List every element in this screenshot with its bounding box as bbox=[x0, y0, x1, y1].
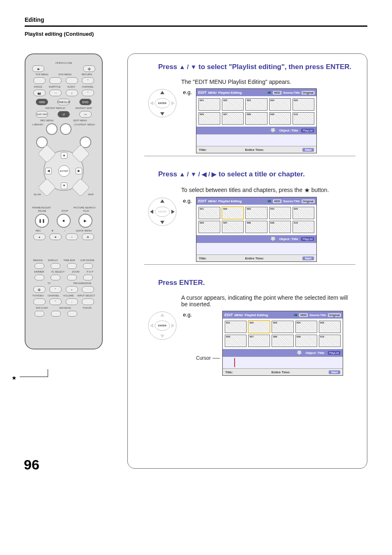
subtitle-button[interactable]: ⋯ bbox=[49, 90, 62, 96]
step-title: Press ENTER. bbox=[158, 279, 355, 287]
input-select-button[interactable] bbox=[82, 298, 94, 305]
label-zoom: ZOOM bbox=[72, 271, 79, 273]
label-extend: ○ bbox=[64, 229, 66, 232]
label-stop: STOP bbox=[61, 210, 68, 212]
label-remain: REMAIN bbox=[33, 259, 42, 261]
sat-cont-button[interactable] bbox=[35, 311, 44, 317]
dvd-button[interactable]: DVD bbox=[79, 99, 92, 105]
step-title: Press ▲ / ▼ to select "Playlist editing"… bbox=[158, 63, 355, 71]
instant-replay-button[interactable]: ↺ bbox=[58, 111, 70, 118]
section-title: Editing bbox=[25, 16, 367, 23]
label-dimmer: DIMMER bbox=[34, 271, 44, 273]
osd-thumbnail-grid: 001002003004005006007008009010 bbox=[196, 96, 316, 127]
label-instant-skip: INSTANT SKIP bbox=[76, 107, 92, 109]
osd-thumbnail: 003 bbox=[245, 98, 267, 111]
label-progressive: PROGRESSIVE bbox=[73, 282, 91, 284]
sat-moni-button[interactable] bbox=[51, 311, 61, 317]
osd-thumbnail: 005 bbox=[293, 207, 314, 219]
osd-thumbnail: 005 bbox=[319, 321, 341, 333]
osd-thumbnail: 001 bbox=[198, 98, 220, 111]
tv-volume-up-button[interactable]: ＋ bbox=[66, 286, 78, 293]
label-tv: TV bbox=[47, 282, 51, 284]
audio-button[interactable]: ♪ bbox=[66, 90, 78, 96]
tv-power-button[interactable]: ⏻ bbox=[33, 286, 46, 293]
down-arrow-icon bbox=[270, 237, 276, 241]
osd-thumbnail: 009 bbox=[269, 112, 291, 125]
osd-header: EDITMENU Playlist Editing 📺 HDD Source:T… bbox=[196, 89, 316, 96]
label-dvd-menu: DVD MENU bbox=[58, 73, 71, 76]
dpad-down-button[interactable]: ▼ bbox=[61, 183, 67, 189]
power-button[interactable]: ⏻ bbox=[83, 65, 95, 72]
star-button[interactable]: ★ bbox=[49, 234, 62, 240]
tv-channel-down-button[interactable]: ˅ bbox=[49, 298, 62, 305]
pinp-button[interactable] bbox=[83, 275, 93, 280]
osd-timeline-strip bbox=[196, 243, 316, 255]
steps-panel: Press ▲ / ▼ to select "Playlist editing"… bbox=[127, 53, 367, 469]
label-sat-moni: SAT.MONI. bbox=[59, 307, 71, 309]
display-button[interactable] bbox=[51, 263, 60, 269]
angle-button[interactable]: 📷 bbox=[33, 90, 46, 96]
timeslip-button[interactable]: TIMESLIP bbox=[58, 99, 70, 105]
osd-thumbnail: 007 bbox=[222, 221, 244, 233]
label-frame-adjust: FRAME/ADJUST bbox=[32, 206, 51, 209]
navigation-dpad: ▲ ▼ ◀ ▶ ENTER bbox=[44, 150, 84, 191]
dpad-up-button[interactable]: ▲ bbox=[61, 152, 67, 159]
label-return: RETURN bbox=[82, 73, 92, 76]
osd-start-button: Start bbox=[302, 257, 314, 260]
easy-navi-button[interactable]: EASY NAVI bbox=[36, 111, 48, 118]
step-body-text: To select between titles and chapters, p… bbox=[181, 186, 355, 194]
down-arrow-icon bbox=[270, 128, 276, 132]
dpad-left-button[interactable]: ◀ bbox=[45, 168, 52, 174]
channel-down-button[interactable]: ˅ bbox=[82, 90, 94, 96]
channel-up-button[interactable]: ˄ bbox=[82, 77, 94, 84]
hdd-button[interactable]: HDD bbox=[36, 99, 48, 105]
eg-label: e.g. bbox=[182, 312, 192, 318]
eject-button[interactable]: ⏏ bbox=[32, 65, 44, 72]
label-tv-channel: CHANNEL bbox=[48, 294, 60, 297]
label-skip: SKIP bbox=[88, 193, 94, 196]
dvd-menu-button[interactable] bbox=[49, 77, 62, 84]
label-library: LIBRARY bbox=[32, 123, 44, 135]
return-button[interactable] bbox=[66, 77, 78, 84]
time-bar-button[interactable] bbox=[67, 263, 77, 269]
osd-timeline-strip bbox=[196, 134, 316, 146]
label-time-bar: TIME BAR bbox=[63, 259, 75, 261]
extend-button[interactable]: ○ bbox=[66, 234, 78, 240]
page-number: 96 bbox=[24, 457, 39, 473]
pause-button[interactable]: ❚❚ bbox=[35, 214, 49, 228]
tv-video-button[interactable] bbox=[33, 298, 46, 305]
osd-thumbnail-grid: 001002003004005006007008009010 bbox=[223, 319, 343, 349]
label-top-menu: TOP MENU bbox=[35, 73, 48, 76]
progressive-button[interactable] bbox=[82, 286, 94, 293]
rec-menu-button[interactable] bbox=[46, 123, 58, 135]
fl-select-button[interactable] bbox=[51, 275, 60, 280]
osd-screen: EDITMENU Playlist Editing 📺 HDD Source:T… bbox=[196, 88, 317, 153]
remain-button[interactable] bbox=[35, 263, 44, 269]
label-rec: REC bbox=[36, 229, 41, 232]
osd-object-bar: Object :Title PlayList bbox=[196, 127, 316, 134]
label-play: PLAY bbox=[83, 210, 90, 212]
rec-button[interactable]: ● bbox=[33, 234, 46, 240]
edit-menu-button[interactable] bbox=[60, 123, 71, 135]
chp-divide-button[interactable] bbox=[83, 263, 93, 269]
play-button[interactable]: ▶ bbox=[78, 214, 92, 228]
instruction-step: Press ▲ / ▼ to select "Playlist editing"… bbox=[144, 63, 355, 156]
osd-thumbnail: 009 bbox=[295, 335, 317, 347]
label-tv-dvr: TV/DVR bbox=[83, 307, 92, 309]
dimmer-button[interactable] bbox=[35, 275, 44, 280]
quick-menu-button[interactable]: ⊕ bbox=[82, 234, 94, 240]
top-menu-button[interactable] bbox=[33, 77, 46, 84]
tv-channel-up-button[interactable]: ˄ bbox=[49, 286, 62, 293]
zoom-button[interactable] bbox=[67, 275, 77, 280]
enter-button[interactable]: ENTER bbox=[58, 165, 70, 177]
osd-thumbnail: 008 bbox=[245, 221, 267, 233]
label-sat-cont: SAT.CONT. bbox=[36, 307, 48, 309]
osd-thumbnail: 002 bbox=[222, 207, 244, 219]
osd-footer: Title: Entire Time: Start bbox=[196, 146, 316, 153]
stop-button[interactable]: ■ bbox=[57, 214, 71, 228]
instant-skip-button[interactable]: ↪ bbox=[79, 111, 92, 118]
tv-dvr-button[interactable] bbox=[67, 311, 77, 317]
tv-volume-down-button[interactable]: － bbox=[66, 298, 78, 305]
osd-thumbnail: 008 bbox=[272, 335, 293, 347]
dpad-right-button[interactable]: ▶ bbox=[76, 168, 82, 174]
